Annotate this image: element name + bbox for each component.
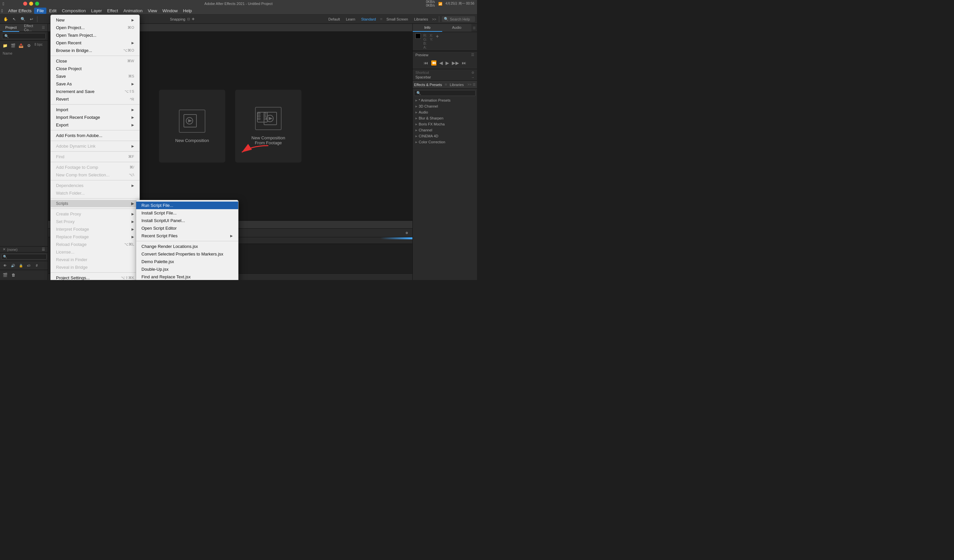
effects-search-input[interactable]	[414, 90, 475, 96]
menu-save[interactable]: Save ⌘S	[51, 73, 139, 80]
audio-icon[interactable]: 🔊	[9, 262, 17, 269]
submenu-change-render[interactable]: Change Render Locations.jsx	[136, 243, 238, 250]
apple-menu-icon[interactable]: 	[3, 1, 4, 6]
timeline-right-btn[interactable]: ⚙	[403, 229, 410, 236]
menu-close-project[interactable]: Close Project	[51, 65, 139, 73]
workspace-standard[interactable]: Standard	[359, 17, 378, 22]
preview-menu-icon[interactable]: ☰	[471, 53, 474, 57]
tab-info[interactable]: Info	[413, 24, 442, 32]
num-icon[interactable]: #	[33, 262, 41, 269]
effects-item-cinema4d[interactable]: ▶ CINEMA 4D	[413, 133, 477, 139]
submenu-install-script[interactable]: Install Script File...	[136, 209, 238, 217]
menu-composition[interactable]: Composition	[59, 8, 89, 14]
effects-item-color[interactable]: ▶ Color Correction	[413, 139, 477, 145]
effects-item-animation-presets[interactable]: ▶ * Animation Presets	[413, 97, 477, 103]
menu-import[interactable]: Import ▶	[51, 106, 139, 114]
lock-icon[interactable]: 🔒	[17, 262, 25, 269]
submenu-run-script[interactable]: Run Script File...	[136, 202, 238, 209]
menu-browse-bridge[interactable]: Browse in Bridge... ⌥⌘O	[51, 47, 139, 54]
apple-icon[interactable]: 	[2, 8, 3, 13]
minimize-button[interactable]	[29, 2, 33, 6]
shortcut-edit[interactable]: →	[471, 75, 474, 79]
effects-item-boris[interactable]: ▶ Boris FX Mocha	[413, 121, 477, 127]
submenu-demo-palette[interactable]: Demo Palette.jsx	[136, 258, 238, 266]
menu-effect[interactable]: Effect	[104, 8, 120, 14]
snapping-toggle[interactable]: ⊡	[187, 17, 190, 21]
menu-open-team[interactable]: Open Team Project...	[51, 31, 139, 39]
menu-help[interactable]: Help	[181, 8, 195, 14]
workspace-learn[interactable]: Learn	[344, 17, 357, 22]
shortcut-menu[interactable]: ⚙	[471, 71, 474, 75]
rotate-tool[interactable]: ↩	[28, 16, 35, 23]
menu-window[interactable]: Window	[160, 8, 180, 14]
effects-item-3d-channel[interactable]: ▶ 3D Channel	[413, 103, 477, 109]
tab-audio[interactable]: Audio	[442, 24, 472, 32]
panel-menu-icon[interactable]: ☰	[42, 25, 45, 30]
tab-project[interactable]: Project	[3, 24, 19, 32]
new-comp-from-footage-card[interactable]: New Composition From Footage	[235, 90, 301, 162]
trash-btn[interactable]: 🗑	[10, 271, 17, 279]
preview-last[interactable]: ⏭	[461, 59, 467, 66]
preview-prev-frame[interactable]: ⏪	[430, 59, 437, 66]
effects-item-blur-sharpen[interactable]: ▶ Blur & Sharpen	[413, 115, 477, 121]
menu-add-fonts[interactable]: Add Fonts from Adobe...	[51, 132, 139, 139]
submenu-double-up[interactable]: Double-Up.jsx	[136, 266, 238, 273]
menu-after-effects[interactable]: After Effects	[6, 8, 34, 14]
effects-item-channel[interactable]: ▶ Channel	[413, 127, 477, 133]
effects-menu-icon[interactable]: ☰	[473, 83, 475, 86]
menu-project-settings[interactable]: Project Settings... ⌥⇧⌘K	[51, 274, 139, 280]
maximize-button[interactable]	[35, 2, 39, 6]
workspace-libraries[interactable]: Libraries	[412, 17, 430, 22]
tab-libraries[interactable]: Libraries	[450, 83, 464, 87]
submenu-open-editor[interactable]: Open Script Editor	[136, 224, 238, 232]
import-btn[interactable]: 📥	[17, 42, 25, 49]
menu-new[interactable]: New ▶	[51, 16, 139, 24]
traffic-lights[interactable]	[23, 2, 39, 6]
submenu-convert-selected[interactable]: Convert Selected Properties to Markers.j…	[136, 250, 238, 258]
search-input[interactable]	[2, 33, 46, 39]
menu-open-project[interactable]: Open Project... ⌘O	[51, 24, 139, 31]
new-composition-card[interactable]: New Composition	[159, 90, 225, 162]
menu-open-recent[interactable]: Open Recent ▶	[51, 39, 139, 47]
settings-icon[interactable]: ⚙	[25, 42, 33, 49]
effects-panel-menu[interactable]: >>	[468, 83, 471, 86]
hand-tool[interactable]: ✋	[2, 16, 9, 23]
zoom-tool[interactable]: 🔍	[19, 16, 26, 23]
menu-view[interactable]: View	[145, 8, 160, 14]
submenu-find-replace[interactable]: Find and Replace Text.jsx	[136, 273, 238, 280]
preview-prev[interactable]: ◀	[438, 59, 444, 66]
menu-layer[interactable]: Layer	[89, 8, 104, 14]
close-comp-icon[interactable]: ✕	[3, 247, 6, 252]
menu-save-as[interactable]: Save As ▶	[51, 80, 139, 88]
comp-menu-icon[interactable]: ☰	[42, 247, 45, 252]
close-button[interactable]	[23, 2, 27, 6]
menu-animation[interactable]: Animation	[121, 8, 145, 14]
menu-edit[interactable]: Edit	[46, 8, 59, 14]
preview-play[interactable]: ▶	[445, 59, 450, 66]
preview-next[interactable]: ▶▶	[451, 59, 460, 66]
submenu-install-scriptui[interactable]: Install ScriptUI Panel...	[136, 217, 238, 224]
workspace-default[interactable]: Default	[326, 17, 342, 22]
solo-icon[interactable]: 👁	[2, 262, 9, 269]
menu-import-recent[interactable]: Import Recent Footage ▶	[51, 114, 139, 121]
workspace-small-screen[interactable]: Small Screen	[385, 17, 410, 22]
menu-export[interactable]: Export ▶	[51, 121, 139, 129]
new-comp-btn[interactable]: 🎬	[9, 42, 17, 49]
right-panel-menu[interactable]: ☰	[473, 26, 475, 30]
workspace-more[interactable]: >>	[432, 17, 436, 21]
tab-effect-controls[interactable]: Effect Co...	[21, 24, 40, 32]
effects-item-audio[interactable]: ▶ Audio	[413, 109, 477, 115]
menu-revert[interactable]: Revert ^R	[51, 95, 139, 103]
menu-file[interactable]: File	[34, 8, 46, 14]
new-item-btn[interactable]: 🎬	[2, 271, 9, 279]
preview-first[interactable]: ⏮	[423, 59, 429, 66]
submenu-recent-scripts[interactable]: Recent Script Files ▶	[136, 232, 238, 240]
label-icon[interactable]: 🏷	[25, 262, 33, 269]
menu-close[interactable]: Close ⌘W	[51, 57, 139, 65]
plus-button[interactable]: +	[436, 33, 438, 49]
new-folder-btn[interactable]: 📁	[2, 42, 9, 49]
search-help-box[interactable]: 🔍 Search Help	[442, 16, 475, 22]
comp-search-input[interactable]	[2, 254, 47, 260]
selection-tool[interactable]: ↖	[11, 16, 18, 23]
tab-effects-presets[interactable]: Effects & Presets	[414, 83, 442, 87]
